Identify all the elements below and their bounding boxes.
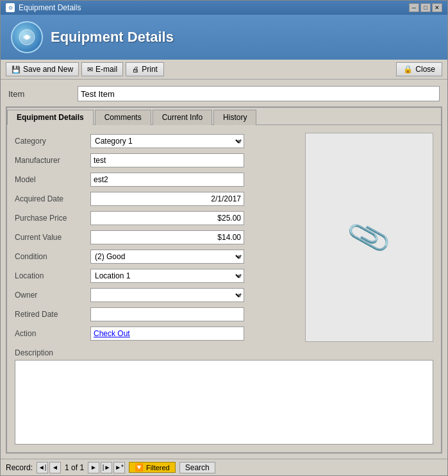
main-window: ⚙ Equipment Details ─ □ ✕ Equipment Deta… [0, 0, 448, 476]
new-record-button[interactable]: ►* [113, 462, 125, 473]
location-row: Location Location 1 Location 2 Location … [15, 268, 299, 284]
retired-date-row: Retired Date [15, 306, 299, 323]
close-window-button[interactable]: ✕ [432, 3, 442, 12]
acquired-date-label: Acquired Date [15, 194, 85, 203]
title-bar: ⚙ Equipment Details ─ □ ✕ [1, 1, 447, 15]
logo-icon [18, 28, 36, 46]
next-record-button[interactable]: ► [88, 462, 99, 473]
model-row: Model [15, 171, 299, 188]
title-bar-controls: ─ □ ✕ [409, 3, 442, 12]
title-bar-left: ⚙ Equipment Details [6, 3, 81, 12]
action-label: Action [15, 329, 85, 338]
owner-select-wrapper: ▼ [90, 288, 244, 302]
tab-bar: Equipment Details Comments Current Info … [7, 108, 441, 125]
condition-label: Condition [15, 252, 85, 261]
model-label: Model [15, 175, 85, 184]
toolbar: 💾 Save and New ✉ E-mail 🖨 Print 🔒 Close [1, 60, 447, 80]
attachment-icon: 📎 [345, 214, 394, 260]
tab-current-info[interactable]: Current Info [153, 110, 212, 125]
search-button[interactable]: Search [179, 462, 215, 473]
record-navigation: ◄| ◄ 1 of 1 ► |► ►* [37, 462, 125, 473]
email-icon: ✉ [87, 65, 93, 74]
equipment-details-pane: Category Category 1 Category 2 Category … [15, 133, 433, 445]
close-button[interactable]: 🔒 Close [396, 62, 442, 76]
description-textarea[interactable] [15, 360, 433, 445]
app-title: Equipment Details [51, 29, 174, 46]
filter-label: Filtered [146, 464, 170, 472]
manufacturer-label: Manufacturer [15, 156, 85, 165]
acquired-date-row: Acquired Date [15, 191, 299, 207]
tab-content: Category Category 1 Category 2 Category … [7, 125, 441, 452]
condition-select[interactable]: (1) Excellent (2) Good (3) Fair (4) Poor [90, 250, 244, 264]
filter-badge: 🔽 Filtered [129, 462, 176, 473]
location-select-wrapper: Location 1 Location 2 Location 3 ▼ [90, 269, 244, 283]
close-label: Close [415, 65, 435, 74]
manufacturer-input[interactable] [90, 153, 244, 167]
prev-record-button[interactable]: ◄ [49, 462, 61, 473]
restore-button[interactable]: □ [420, 3, 431, 12]
retired-date-label: Retired Date [15, 310, 85, 319]
current-value-row: Current Value [15, 229, 299, 246]
form-fields: Category Category 1 Category 2 Category … [15, 133, 299, 342]
filter-icon: 🔽 [135, 463, 144, 472]
tab-current-info-label: Current Info [162, 113, 203, 122]
search-label: Search [185, 463, 210, 472]
location-label: Location [15, 271, 85, 280]
acquired-date-input[interactable] [90, 192, 244, 206]
email-button[interactable]: ✉ E-mail [81, 62, 123, 76]
description-section: Description [15, 348, 433, 445]
record-info: 1 of 1 [62, 463, 87, 472]
tab-equipment-details[interactable]: Equipment Details [7, 110, 94, 125]
category-select-wrapper: Category 1 Category 2 Category 3 ▼ [90, 134, 244, 148]
condition-select-wrapper: (1) Excellent (2) Good (3) Fair (4) Poor… [90, 250, 244, 264]
last-record-button[interactable]: |► [101, 462, 112, 473]
owner-label: Owner [15, 291, 85, 300]
tab-equipment-details-label: Equipment Details [17, 113, 84, 122]
purchase-price-row: Purchase Price [15, 210, 299, 226]
purchase-price-label: Purchase Price [15, 214, 85, 223]
close-icon: 🔒 [403, 65, 413, 74]
item-label: Item [8, 89, 72, 99]
svg-point-1 [25, 35, 29, 39]
print-button[interactable]: 🖨 Print [126, 62, 164, 76]
check-out-link[interactable]: Check Out [94, 329, 130, 338]
tab-comments-label: Comments [104, 113, 142, 122]
location-select[interactable]: Location 1 Location 2 Location 3 [90, 269, 244, 283]
window-icon: ⚙ [6, 3, 15, 12]
save-new-button[interactable]: 💾 Save and New [6, 62, 79, 76]
owner-select[interactable] [90, 288, 244, 302]
tab-comments[interactable]: Comments [95, 110, 151, 125]
email-label: E-mail [95, 65, 117, 74]
content-area: Item Equipment Details Comments Current … [1, 80, 447, 459]
tab-history[interactable]: History [213, 110, 256, 125]
form-grid: Category Category 1 Category 2 Category … [15, 133, 433, 342]
save-new-label: Save and New [23, 65, 73, 74]
first-record-button[interactable]: ◄| [37, 462, 48, 473]
action-row: Action Check Out [15, 325, 299, 342]
category-row: Category Category 1 Category 2 Category … [15, 133, 299, 149]
current-value-label: Current Value [15, 233, 85, 242]
header-area: Equipment Details [1, 15, 447, 60]
retired-date-input[interactable] [90, 307, 244, 321]
action-field: Check Out [90, 327, 244, 341]
purchase-price-input[interactable] [90, 211, 244, 225]
tab-history-label: History [223, 113, 247, 122]
condition-row: Condition (1) Excellent (2) Good (3) Fai… [15, 248, 299, 265]
current-value-input[interactable] [90, 230, 244, 244]
image-placeholder: 📎 [305, 133, 433, 342]
status-bar: Record: ◄| ◄ 1 of 1 ► |► ►* 🔽 Filtered S… [1, 459, 447, 475]
item-row: Item [6, 85, 442, 103]
manufacturer-row: Manufacturer [15, 152, 299, 169]
item-input[interactable] [78, 86, 440, 101]
app-logo [11, 21, 43, 53]
category-select[interactable]: Category 1 Category 2 Category 3 [90, 134, 244, 148]
minimize-button[interactable]: ─ [409, 3, 419, 12]
owner-row: Owner ▼ [15, 287, 299, 303]
category-label: Category [15, 137, 85, 146]
tabs-container: Equipment Details Comments Current Info … [6, 106, 442, 454]
record-label: Record: [6, 463, 33, 472]
model-input[interactable] [90, 173, 244, 187]
description-label: Description [15, 348, 433, 357]
window-title: Equipment Details [19, 3, 81, 12]
print-icon: 🖨 [132, 65, 139, 73]
